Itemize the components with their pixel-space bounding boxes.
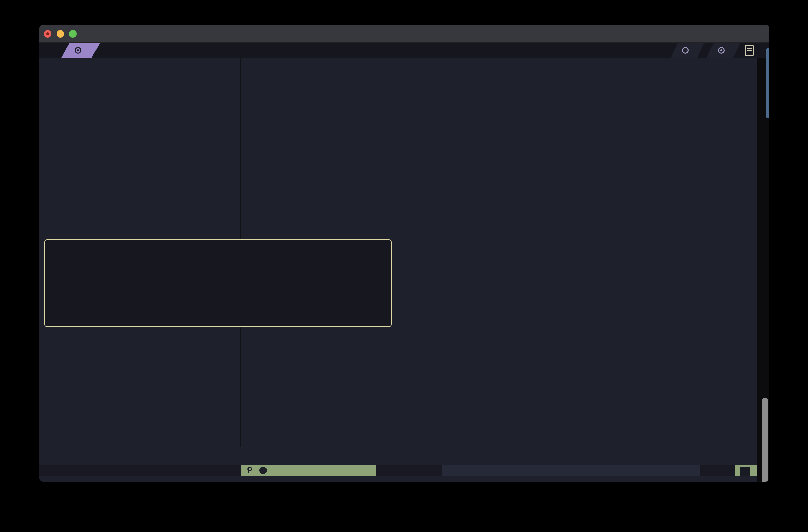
scroll-position-block — [735, 465, 756, 476]
terminal-content — [39, 43, 769, 481]
tab-content-tsx[interactable] — [61, 43, 100, 58]
tab-content-tsx-right[interactable] — [706, 43, 740, 58]
statusline-file-segment — [442, 465, 700, 476]
terminal-window — [39, 25, 769, 481]
diagnostic-error-icon — [259, 467, 267, 474]
nvim-tabline — [39, 43, 769, 58]
close-button[interactable] — [44, 30, 52, 38]
float-scrollbar[interactable] — [766, 49, 769, 118]
statusline — [39, 465, 769, 476]
lsp-doc-float — [44, 239, 392, 327]
tab-nvimtree[interactable] — [671, 43, 704, 58]
zoom-button[interactable] — [69, 30, 76, 38]
document-icon[interactable] — [745, 45, 754, 56]
circle-outline-icon — [682, 47, 689, 54]
buffer-tabs — [668, 43, 754, 58]
record-dot-icon — [718, 47, 725, 54]
terminal-scrollbar[interactable] — [762, 398, 768, 481]
record-icon — [74, 47, 81, 54]
titlebar — [39, 25, 769, 43]
git-branch-icon — [246, 467, 251, 474]
statusline-git-segment — [241, 465, 376, 476]
minimize-button[interactable] — [57, 30, 64, 38]
